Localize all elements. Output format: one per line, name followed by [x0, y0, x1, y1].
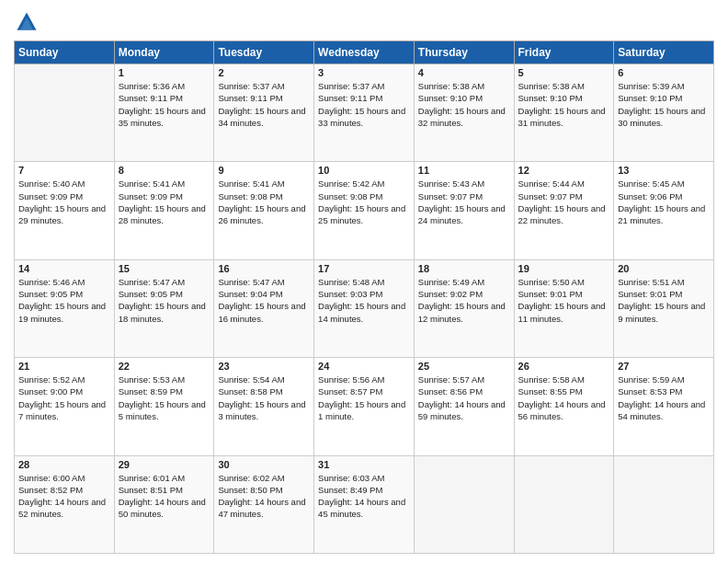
cell-info-line: Daylight: 15 hours and 12 minutes. — [418, 300, 510, 325]
cell-info-line: Daylight: 14 hours and 50 minutes. — [119, 496, 210, 521]
cell-info-line: Sunrise: 6:00 AM — [18, 472, 110, 484]
cell-info-line: Sunset: 9:00 PM — [18, 385, 110, 397]
cell-info-line: Sunrise: 6:02 AM — [218, 472, 310, 484]
calendar-header: SundayMondayTuesdayWednesdayThursdayFrid… — [15, 41, 714, 64]
day-number: 25 — [418, 361, 510, 372]
days-of-week-row: SundayMondayTuesdayWednesdayThursdayFrid… — [15, 41, 714, 64]
cell-info-line: Sunset: 8:59 PM — [119, 385, 210, 397]
day-of-week-header: Tuesday — [214, 41, 314, 64]
day-number: 18 — [418, 263, 510, 274]
calendar-week-row: 28Sunrise: 6:00 AMSunset: 8:52 PMDayligh… — [15, 455, 714, 553]
cell-info-line: Daylight: 15 hours and 16 minutes. — [218, 300, 310, 325]
cell-info-line: Sunrise: 5:50 AM — [518, 276, 610, 288]
cell-info-line: Sunrise: 5:56 AM — [318, 373, 410, 385]
day-number: 17 — [318, 263, 410, 274]
day-number: 20 — [618, 263, 710, 274]
cell-info-line: Daylight: 15 hours and 25 minutes. — [318, 202, 410, 227]
day-number: 7 — [18, 165, 110, 176]
cell-info-line: Sunrise: 5:42 AM — [318, 178, 410, 190]
cell-info-line: Daylight: 15 hours and 30 minutes. — [618, 105, 710, 130]
day-number: 19 — [518, 263, 610, 274]
calendar-cell: 29Sunrise: 6:01 AMSunset: 8:51 PMDayligh… — [114, 455, 214, 553]
calendar-cell — [15, 64, 115, 162]
cell-info-line: Sunset: 9:09 PM — [18, 190, 110, 202]
day-number: 22 — [119, 361, 210, 372]
cell-info-line: Sunrise: 5:46 AM — [18, 276, 110, 288]
header — [14, 9, 714, 35]
cell-info-line: Sunrise: 5:49 AM — [418, 276, 510, 288]
cell-info-line: Sunset: 9:10 PM — [418, 92, 510, 104]
calendar-cell: 20Sunrise: 5:51 AMSunset: 9:01 PMDayligh… — [614, 259, 714, 357]
calendar-week-row: 14Sunrise: 5:46 AMSunset: 9:05 PMDayligh… — [15, 259, 714, 357]
day-number: 27 — [618, 361, 710, 372]
day-of-week-header: Monday — [114, 41, 214, 64]
day-number: 5 — [518, 67, 610, 78]
cell-info-line: Daylight: 15 hours and 11 minutes. — [518, 300, 610, 325]
cell-info-line: Sunset: 9:01 PM — [618, 288, 710, 300]
day-number: 30 — [218, 459, 310, 470]
cell-info-line: Sunset: 8:52 PM — [18, 484, 110, 496]
cell-info-line: Daylight: 15 hours and 14 minutes. — [318, 300, 410, 325]
day-number: 21 — [18, 361, 110, 372]
cell-info-line: Sunrise: 5:57 AM — [418, 373, 510, 385]
cell-info-line: Daylight: 15 hours and 34 minutes. — [218, 105, 310, 130]
cell-info-line: Daylight: 15 hours and 9 minutes. — [618, 300, 710, 325]
calendar-cell: 7Sunrise: 5:40 AMSunset: 9:09 PMDaylight… — [15, 162, 115, 259]
day-number: 23 — [218, 361, 310, 372]
cell-info-line: Daylight: 15 hours and 33 minutes. — [318, 105, 410, 130]
cell-info-line: Sunrise: 5:37 AM — [218, 80, 310, 92]
calendar-cell: 30Sunrise: 6:02 AMSunset: 8:50 PMDayligh… — [214, 455, 314, 553]
cell-info-line: Sunset: 9:10 PM — [518, 92, 610, 104]
day-number: 16 — [218, 263, 310, 274]
cell-info-line: Sunrise: 6:01 AM — [119, 472, 210, 484]
cell-info-line: Sunrise: 5:40 AM — [18, 178, 110, 190]
cell-info-line: Sunset: 8:53 PM — [618, 385, 710, 397]
cell-info-line: Sunset: 8:58 PM — [218, 385, 310, 397]
cell-info-line: Sunset: 9:08 PM — [218, 190, 310, 202]
cell-info-line: Sunrise: 5:52 AM — [18, 373, 110, 385]
cell-info-line: Daylight: 14 hours and 56 minutes. — [518, 398, 610, 423]
day-number: 13 — [618, 165, 710, 176]
calendar-cell: 26Sunrise: 5:58 AMSunset: 8:55 PMDayligh… — [514, 358, 614, 455]
cell-info-line: Sunset: 8:55 PM — [518, 385, 610, 397]
day-number: 6 — [618, 67, 710, 78]
cell-info-line: Sunset: 9:08 PM — [318, 190, 410, 202]
cell-info-line: Sunset: 9:05 PM — [18, 288, 110, 300]
day-of-week-header: Saturday — [614, 41, 714, 64]
cell-info-line: Sunrise: 5:59 AM — [618, 373, 710, 385]
cell-info-line: Sunrise: 5:38 AM — [418, 80, 510, 92]
cell-info-line: Sunrise: 5:36 AM — [119, 80, 210, 92]
cell-info-line: Daylight: 15 hours and 21 minutes. — [618, 202, 710, 227]
calendar-cell: 3Sunrise: 5:37 AMSunset: 9:11 PMDaylight… — [314, 64, 415, 162]
cell-info-line: Sunset: 9:11 PM — [119, 92, 210, 104]
day-number: 24 — [318, 361, 410, 372]
calendar-table: SundayMondayTuesdayWednesdayThursdayFrid… — [14, 40, 714, 554]
cell-info-line: Sunset: 9:05 PM — [119, 288, 210, 300]
day-number: 4 — [418, 67, 510, 78]
day-number: 1 — [119, 67, 210, 78]
cell-info-line: Sunrise: 5:45 AM — [618, 178, 710, 190]
cell-info-line: Sunrise: 5:41 AM — [218, 178, 310, 190]
cell-info-line: Daylight: 15 hours and 28 minutes. — [119, 202, 210, 227]
day-of-week-header: Friday — [514, 41, 614, 64]
calendar-cell: 15Sunrise: 5:47 AMSunset: 9:05 PMDayligh… — [114, 259, 214, 357]
calendar-cell: 11Sunrise: 5:43 AMSunset: 9:07 PMDayligh… — [414, 162, 514, 259]
calendar-cell: 17Sunrise: 5:48 AMSunset: 9:03 PMDayligh… — [314, 259, 415, 357]
calendar-cell — [514, 455, 614, 553]
cell-info-line: Sunset: 9:11 PM — [218, 92, 310, 104]
cell-info-line: Sunrise: 5:38 AM — [518, 80, 610, 92]
day-of-week-header: Thursday — [414, 41, 514, 64]
cell-info-line: Daylight: 15 hours and 35 minutes. — [119, 105, 210, 130]
cell-info-line: Daylight: 15 hours and 19 minutes. — [18, 300, 110, 325]
cell-info-line: Sunrise: 5:53 AM — [119, 373, 210, 385]
day-number: 9 — [218, 165, 310, 176]
calendar-cell: 10Sunrise: 5:42 AMSunset: 9:08 PMDayligh… — [314, 162, 415, 259]
day-number: 29 — [119, 459, 210, 470]
cell-info-line: Sunset: 9:10 PM — [618, 92, 710, 104]
cell-info-line: Sunset: 9:02 PM — [418, 288, 510, 300]
day-number: 10 — [318, 165, 410, 176]
cell-info-line: Daylight: 15 hours and 1 minute. — [318, 398, 410, 423]
cell-info-line: Daylight: 15 hours and 18 minutes. — [119, 300, 210, 325]
calendar-cell: 22Sunrise: 5:53 AMSunset: 8:59 PMDayligh… — [114, 358, 214, 455]
calendar-cell: 16Sunrise: 5:47 AMSunset: 9:04 PMDayligh… — [214, 259, 314, 357]
